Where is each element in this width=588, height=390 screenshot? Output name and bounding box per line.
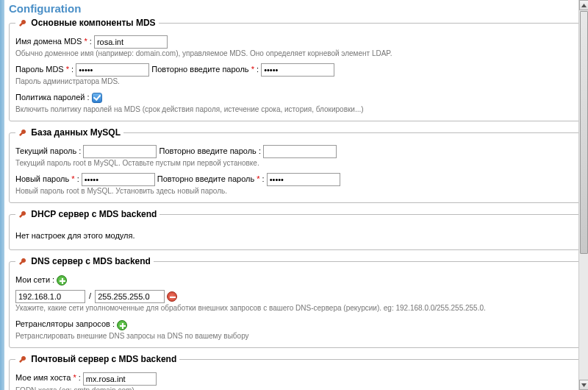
- mds-pass2-input[interactable]: [261, 63, 334, 77]
- mds-pass2-label: Повторно введите пароль * :: [151, 65, 259, 74]
- wrench-icon: [18, 129, 27, 138]
- config-form: Основные компоненты MDS Имя домена MDS *…: [0, 18, 588, 390]
- host-hint: FQDN хоста (eg: smtp.domain.com): [15, 386, 576, 390]
- policy-hint: Включить политику паролей на MDS (срок д…: [15, 105, 576, 114]
- scroll-up-button[interactable]: [579, 0, 588, 10]
- dns-nets-hint: Укажите, какие сети уполномоченные для о…: [15, 304, 576, 313]
- window-border: [0, 0, 4, 390]
- legend-text: DNS сервер с MDS backend: [31, 256, 151, 266]
- cur-pass2-label: Повторно введите пароль :: [159, 146, 261, 155]
- section-legend: DNS сервер с MDS backend: [15, 256, 154, 266]
- section-legend: DHCP сервер с MDS backend: [15, 209, 159, 219]
- relay-label: Ретрансляторы запросов :: [15, 319, 115, 328]
- section-legend: Почтовый сервер с MDS backend: [15, 354, 179, 364]
- add-network-button[interactable]: [57, 275, 67, 286]
- host-input[interactable]: [83, 372, 157, 386]
- legend-text: DHCP сервер с MDS backend: [31, 209, 157, 219]
- cur-pass-label: Текущий пароль :: [15, 146, 81, 155]
- legend-text: Почтовый сервер с MDS backend: [31, 354, 176, 364]
- new-pass-input[interactable]: [82, 173, 155, 186]
- scrollbar[interactable]: [578, 0, 588, 390]
- dhcp-empty: Нет настроек для этого модуля.: [15, 225, 576, 246]
- section-dhcp: DHCP сервер с MDS backend Нет настроек д…: [9, 209, 582, 250]
- host-label: Мое имя хоста * :: [15, 373, 81, 382]
- wrench-icon: [18, 210, 27, 219]
- mds-pass-label: Пароль MDS * :: [15, 65, 74, 74]
- scroll-thumb[interactable]: [580, 11, 588, 254]
- cur-pass-hint: Текущий пароль root в MySQL. Оставьте пу…: [15, 159, 576, 168]
- section-legend: База данных MySQL: [15, 127, 123, 138]
- wrench-icon: [18, 258, 27, 266]
- domain-label: Имя домена MDS * :: [15, 37, 92, 46]
- mds-pass-hint: Пароль администратора MDS.: [15, 77, 576, 86]
- new-pass-label: Новый пароль * :: [15, 174, 79, 183]
- section-mail: Почтовый сервер с MDS backend Мое имя хо…: [9, 354, 582, 390]
- page-title: Configuration: [0, 0, 588, 18]
- add-relay-button[interactable]: [117, 320, 127, 330]
- section-mysql: База данных MySQL Текущий пароль : Повто…: [9, 127, 582, 203]
- section-dns: DNS сервер с MDS backend Мои сети : / Ук…: [9, 256, 582, 348]
- section-legend: Основные компоненты MDS: [15, 18, 159, 28]
- relay-hint: Ретранслировать внешние DNS запросы на D…: [15, 332, 576, 341]
- domain-hint: Обычно доменное имя (например: domain.co…: [15, 49, 576, 58]
- domain-input[interactable]: [94, 35, 168, 49]
- new-pass2-input[interactable]: [267, 173, 340, 186]
- net-mask-input[interactable]: [95, 290, 165, 303]
- legend-text: Основные компоненты MDS: [31, 18, 155, 28]
- cur-pass-input[interactable]: [83, 145, 157, 158]
- scroll-down-button[interactable]: [579, 380, 588, 390]
- slash-separator: /: [87, 291, 93, 300]
- new-pass-hint: Новый пароль root в MySQL. Установить зд…: [15, 187, 576, 196]
- legend-text: База данных MySQL: [31, 127, 121, 138]
- mds-pass-input[interactable]: [76, 63, 149, 77]
- policy-label: Политика паролей :: [15, 93, 90, 102]
- dns-nets-label: Мои сети :: [15, 275, 54, 284]
- remove-network-button[interactable]: [167, 291, 177, 302]
- wrench-icon: [18, 355, 27, 364]
- cur-pass2-input[interactable]: [263, 145, 337, 158]
- new-pass2-label: Повторно введите пароль * :: [157, 174, 265, 183]
- section-mds-core: Основные компоненты MDS Имя домена MDS *…: [9, 18, 582, 121]
- wrench-icon: [18, 19, 27, 28]
- net-ip-input[interactable]: [15, 290, 85, 303]
- policy-checkbox[interactable]: [92, 93, 102, 103]
